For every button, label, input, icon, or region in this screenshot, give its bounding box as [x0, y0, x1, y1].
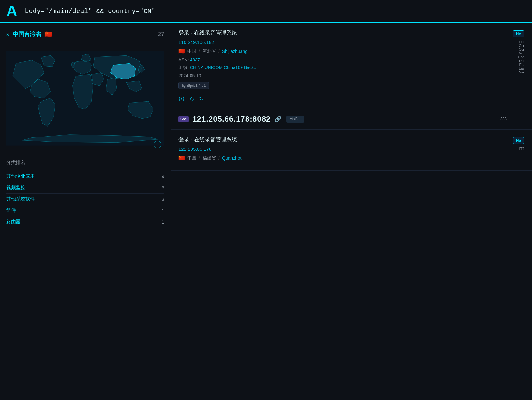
category-count: 3 — [162, 185, 164, 190]
result-asn-1: ASN: 4837 — [178, 57, 499, 62]
result-org-1: 组织: CHINA UNICOM China169 Back... — [178, 65, 499, 71]
location-country-1: 中国 — [187, 48, 196, 54]
location-city-2[interactable]: Quanzhou — [222, 156, 243, 161]
header-badge-2[interactable]: He — [513, 137, 524, 144]
result-title-2: 登录 - 在线录音管理系统 — [178, 136, 499, 143]
location-country-2: 中国 — [187, 155, 196, 161]
region-count: 27 — [158, 31, 164, 38]
header-badge-1[interactable]: He — [513, 30, 524, 37]
category-item[interactable]: 组件 1 — [6, 205, 164, 216]
big-ip-2[interactable]: 121.205.66.178:8082 — [192, 115, 271, 124]
location-province-1: 河北省 — [203, 48, 216, 54]
category-label: 路由器 — [6, 219, 21, 225]
result-main-1: 登录 - 在线录音管理系统 110.249.106.182 🇨🇳 中国 / 河北… — [178, 29, 499, 102]
category-count: 1 — [162, 219, 164, 225]
result-2-ip-header: Soc 121.205.66.178:8082 🔗 VfxB... 333 — [171, 109, 532, 130]
flag-icon-1: 🇨🇳 — [178, 48, 185, 54]
num-badge-2: 333 — [500, 117, 507, 121]
main-content: » 中国台湾省 🇨🇳 27 — [0, 23, 532, 400]
chevron-double-icon: » — [6, 31, 9, 38]
cube-icon[interactable]: ◇ — [190, 95, 194, 102]
search-query: body="/main/deal" && country="CN" — [25, 8, 156, 15]
map-expand-icon[interactable]: ⛶ — [154, 141, 161, 149]
header-items-2: HTT — [518, 147, 524, 150]
category-item[interactable]: 路由器 1 — [6, 216, 164, 227]
refresh-icon[interactable]: ↻ — [199, 95, 204, 102]
left-panel: » 中国台湾省 🇨🇳 27 — [0, 23, 171, 400]
region-flag: 🇨🇳 — [44, 30, 52, 38]
category-item[interactable]: 视频监控 3 — [6, 182, 164, 194]
result-date-1: 2024-05-10 — [178, 73, 499, 78]
category-count: 1 — [162, 208, 164, 213]
card-right-col-2: He HTT — [499, 136, 524, 164]
asn-number-1[interactable]: 4837 — [190, 57, 200, 62]
location-province-2: 福建省 — [203, 155, 216, 161]
result-title-1: 登录 - 在线录音管理系统 — [178, 29, 499, 36]
header-items-1: HTT Cor Cor Acc Con Dat Eta Las Ser — [518, 40, 524, 74]
result-card-2: 登录 - 在线录音管理系统 121.205.66.178 🇨🇳 中国 / 福建省… — [171, 130, 532, 171]
result-main-2: 登录 - 在线录音管理系统 121.205.66.178 🇨🇳 中国 / 福建省… — [178, 136, 499, 164]
category-item[interactable]: 其他企业应用 9 — [6, 171, 164, 182]
category-item[interactable]: 其他系统软件 3 — [6, 194, 164, 205]
header-bar: A body="/main/deal" && country="CN" — [0, 0, 532, 23]
category-list: 其他企业应用 9 视频监控 3 其他系统软件 3 组件 1 路由器 1 — [6, 171, 164, 227]
result-card-1: 登录 - 在线录音管理系统 110.249.106.182 🇨🇳 中国 / 河北… — [171, 23, 532, 109]
result-icons-1: ⟨/⟩ ◇ ↻ — [178, 95, 499, 102]
vfxb-badge[interactable]: VfxB... — [286, 116, 304, 123]
link-icon[interactable]: 🔗 — [274, 116, 281, 123]
category-count: 3 — [162, 196, 164, 202]
soc-badge: Soc — [178, 116, 189, 122]
world-map-svg — [6, 44, 164, 152]
world-map-container: ⛶ — [6, 44, 164, 152]
app-logo: A — [6, 3, 17, 19]
org-name-1[interactable]: CHINA UNICOM China169 Back... — [190, 65, 258, 70]
result-location-1: 🇨🇳 中国 / 河北省 / Shijiazhuang — [178, 48, 499, 54]
category-label: 组件 — [6, 207, 16, 213]
category-label: 其他企业应用 — [6, 173, 35, 179]
location-city-1[interactable]: Shijiazhuang — [222, 49, 247, 54]
category-title: 分类排名 — [6, 160, 164, 166]
category-count: 9 — [162, 174, 164, 179]
result-location-2: 🇨🇳 中国 / 福建省 / Quanzhou — [178, 155, 499, 161]
code-icon[interactable]: ⟨/⟩ — [178, 95, 185, 102]
region-header: » 中国台湾省 🇨🇳 27 — [6, 30, 164, 38]
result-ip-2[interactable]: 121.205.66.178 — [178, 146, 499, 152]
category-label: 视频监控 — [6, 185, 25, 191]
category-label: 其他系统软件 — [6, 196, 35, 202]
result-tag-1[interactable]: lighttpd/1.4.71 — [178, 82, 209, 89]
result-ip-1[interactable]: 110.249.106.182 — [178, 40, 499, 45]
region-name[interactable]: 中国台湾省 — [13, 30, 41, 38]
flag-icon-2: 🇨🇳 — [178, 155, 185, 161]
right-panel: 登录 - 在线录音管理系统 110.249.106.182 🇨🇳 中国 / 河北… — [171, 23, 532, 400]
card-right-col-1: He HTT Cor Cor Acc Con Dat Eta Las Ser — [499, 29, 524, 102]
